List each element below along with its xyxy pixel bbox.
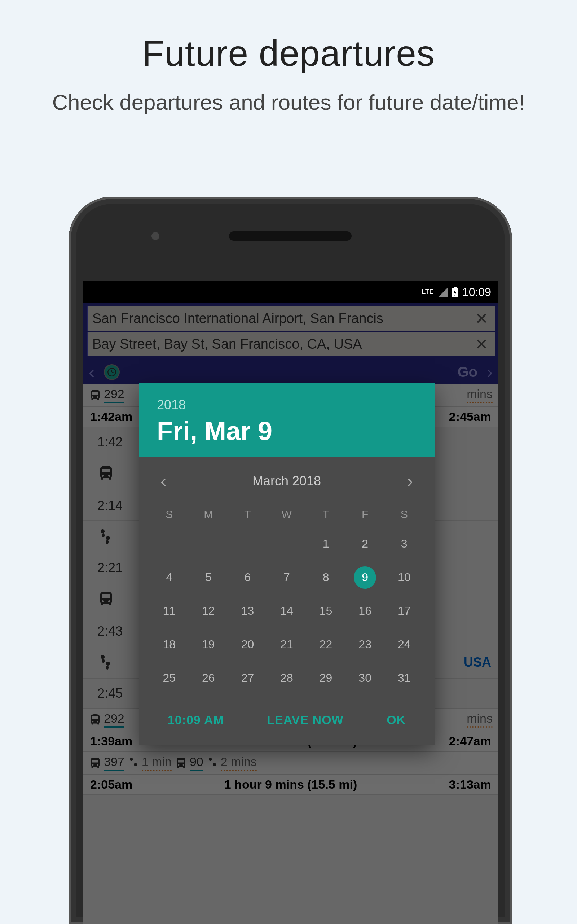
month-label: March 2018 bbox=[253, 473, 321, 489]
promo-title: Future departures bbox=[0, 0, 577, 74]
calendar-day[interactable]: 1 bbox=[306, 527, 345, 561]
calendar-day[interactable]: 16 bbox=[345, 594, 385, 628]
calendar-day[interactable]: 5 bbox=[189, 561, 228, 594]
calendar-day[interactable]: 30 bbox=[345, 661, 385, 695]
calendar-grid: S M T W T F S 1 2 3 4 5 6 7 8 9 10 bbox=[139, 498, 435, 698]
calendar-day[interactable]: 4 bbox=[150, 561, 189, 594]
status-time: 10:09 bbox=[462, 286, 491, 299]
calendar-day[interactable]: 2 bbox=[345, 527, 385, 561]
calendar-day[interactable]: 18 bbox=[150, 628, 189, 661]
calendar-day[interactable]: 25 bbox=[150, 661, 189, 695]
calendar-day[interactable]: 3 bbox=[384, 527, 424, 561]
promo-subtitle: Check departures and routes for future d… bbox=[0, 74, 577, 116]
date-picker-dialog: 2018 Fri, Mar 9 ‹ March 2018 › S M T W T… bbox=[139, 383, 435, 745]
ok-button[interactable]: OK bbox=[387, 713, 406, 727]
year-button[interactable]: 2018 bbox=[157, 397, 416, 412]
calendar-day[interactable]: 22 bbox=[306, 628, 345, 661]
calendar-day[interactable]: 26 bbox=[189, 661, 228, 695]
dow-label: W bbox=[267, 502, 306, 527]
calendar-day-selected[interactable]: 9 bbox=[345, 561, 385, 594]
date-picker-actions: 10:09 AM LEAVE NOW OK bbox=[139, 698, 435, 745]
dow-label: T bbox=[306, 502, 345, 527]
signal-icon bbox=[438, 287, 448, 297]
svg-rect-1 bbox=[454, 287, 456, 288]
month-nav: ‹ March 2018 › bbox=[139, 457, 435, 498]
leave-now-button[interactable]: LEAVE NOW bbox=[267, 713, 343, 727]
network-label: LTE bbox=[422, 288, 434, 296]
calendar-day[interactable]: 7 bbox=[267, 561, 306, 594]
phone-speaker bbox=[229, 231, 351, 241]
dow-label: F bbox=[345, 502, 385, 527]
phone-screen: LTE 10:09 San Francisco International Ai… bbox=[83, 281, 498, 924]
calendar-day[interactable]: 23 bbox=[345, 628, 385, 661]
calendar-day[interactable]: 17 bbox=[384, 594, 424, 628]
phone-frame: LTE 10:09 San Francisco International Ai… bbox=[69, 197, 512, 924]
calendar-day[interactable]: 24 bbox=[384, 628, 424, 661]
calendar-day[interactable]: 13 bbox=[228, 594, 267, 628]
dow-label: T bbox=[228, 502, 267, 527]
calendar-day[interactable]: 31 bbox=[384, 661, 424, 695]
selected-date-label[interactable]: Fri, Mar 9 bbox=[157, 416, 416, 446]
dow-label: S bbox=[384, 502, 424, 527]
prev-month-icon[interactable]: ‹ bbox=[153, 467, 174, 494]
calendar-day[interactable]: 19 bbox=[189, 628, 228, 661]
time-button[interactable]: 10:09 AM bbox=[168, 713, 224, 727]
calendar-day[interactable]: 20 bbox=[228, 628, 267, 661]
calendar-day[interactable]: 28 bbox=[267, 661, 306, 695]
calendar-day[interactable]: 15 bbox=[306, 594, 345, 628]
calendar-day[interactable]: 8 bbox=[306, 561, 345, 594]
calendar-day[interactable]: 14 bbox=[267, 594, 306, 628]
status-bar: LTE 10:09 bbox=[83, 281, 498, 303]
calendar-day[interactable]: 27 bbox=[228, 661, 267, 695]
calendar-day[interactable]: 21 bbox=[267, 628, 306, 661]
calendar-day[interactable]: 12 bbox=[189, 594, 228, 628]
phone-camera bbox=[152, 232, 160, 240]
calendar-day[interactable]: 10 bbox=[384, 561, 424, 594]
calendar-day[interactable]: 6 bbox=[228, 561, 267, 594]
dow-label: S bbox=[150, 502, 189, 527]
dow-label: M bbox=[189, 502, 228, 527]
calendar-day[interactable]: 11 bbox=[150, 594, 189, 628]
date-picker-header: 2018 Fri, Mar 9 bbox=[139, 383, 435, 457]
calendar-day[interactable]: 29 bbox=[306, 661, 345, 695]
battery-icon bbox=[451, 287, 459, 297]
next-month-icon[interactable]: › bbox=[400, 467, 420, 494]
